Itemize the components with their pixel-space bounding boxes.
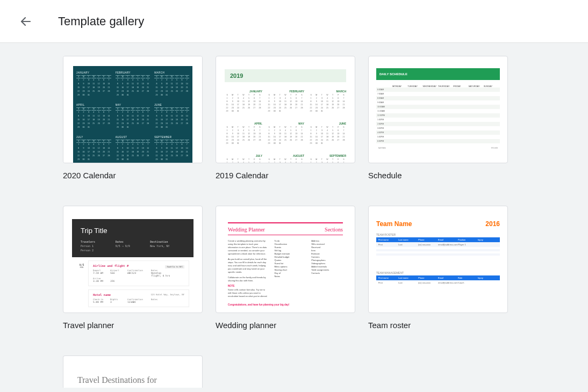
thumb-schedule-header: DAILY SCHEDULE — [376, 68, 500, 80]
thumb-team-sub2: TEAM MANAGEMENT — [376, 271, 500, 274]
template-label: Travel planner — [63, 321, 203, 330]
template-card: DAILY SCHEDULE MONDAYTUESDAYWEDNESDAYTHU… — [368, 56, 508, 180]
content-area: JANUARYSMTWTFS12345678910111213141516171… — [0, 43, 588, 392]
template-card: Trip Title TravelersDatesDestinationPers… — [63, 206, 203, 330]
page-title: Template gallery — [58, 14, 144, 28]
template-card: 2019 JANUARYSMTWTFS123456789101112131415… — [216, 56, 355, 180]
template-thumb-travel-destinations[interactable]: Travel Destinations for — [63, 355, 203, 388]
template-label: Schedule — [368, 171, 508, 180]
thumb-wedding-congrats: Congratulations, and have fun planning y… — [228, 303, 343, 306]
template-thumb-2020-calendar[interactable]: JANUARYSMTWTFS12345678910111213141516171… — [63, 56, 203, 163]
thumb-2019-year: 2019 — [225, 69, 346, 82]
template-thumb-schedule[interactable]: DAILY SCHEDULE MONDAYTUESDAYWEDNESDAYTHU… — [368, 56, 508, 163]
thumb-trip-title: Trip Title — [81, 227, 185, 235]
thumb-trip-sec1-title: Airline and flight # — [93, 264, 128, 267]
template-thumb-team-roster[interactable]: Team Name2016 TEAM ROSTER First nameLast… — [368, 206, 508, 313]
thumb-schedule-foot-left: NOTES — [378, 147, 386, 149]
template-card: JANUARYSMTWTFS12345678910111213141516171… — [63, 56, 203, 180]
thumb-wedding-sections: Sections — [325, 227, 343, 233]
template-label: 2020 Calendar — [63, 171, 203, 180]
template-thumb-wedding-planner[interactable]: Wedding PlannerSections Create a wedding… — [216, 206, 355, 313]
header-bar: Template gallery — [0, 0, 588, 43]
thumb-schedule-foot-right: TO DO — [491, 147, 498, 149]
template-label: Wedding planner — [216, 321, 355, 330]
thumb-team-name: Team Name — [376, 220, 412, 228]
arrow-left-icon — [19, 15, 32, 28]
template-thumb-travel-planner[interactable]: Trip Title TravelersDatesDestinationPers… — [63, 206, 203, 313]
back-button[interactable] — [15, 11, 37, 32]
template-card: Team Name2016 TEAM ROSTER First nameLast… — [368, 206, 508, 330]
template-label: 2019 Calendar — [216, 171, 355, 180]
template-label: Team roster — [368, 321, 508, 330]
thumb-travel-title: Travel Destinations for — [77, 375, 188, 385]
thumb-wedding-title: Wedding Planner — [228, 227, 265, 233]
thumb-team-sub1: TEAM ROSTER — [376, 233, 500, 236]
template-thumb-2019-calendar[interactable]: 2019 JANUARYSMTWTFS123456789101112131415… — [216, 56, 355, 163]
thumb-trip-sec2-title: Hotel name — [93, 293, 111, 296]
thumb-team-year: 2016 — [485, 220, 500, 228]
template-card: Wedding PlannerSections Create a wedding… — [216, 206, 355, 330]
template-card: Travel Destinations for — [63, 355, 203, 388]
template-grid: JANUARYSMTWTFS12345678910111213141516171… — [63, 56, 525, 388]
